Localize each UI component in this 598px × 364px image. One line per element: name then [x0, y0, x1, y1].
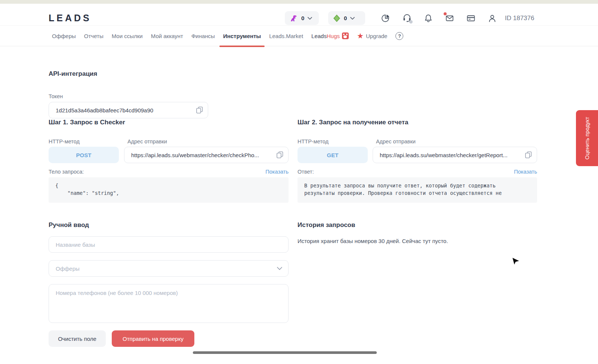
- request-body-code: { "name": "string",: [49, 177, 289, 203]
- header: LEADS 0 0: [0, 4, 598, 25]
- step1-section: Шаг 1. Запрос в Checker HTTP-метод Адрес…: [49, 119, 289, 203]
- browser-edge-strip: [0, 0, 598, 4]
- section-title: API-интеграция: [49, 70, 208, 78]
- user-id: ID 187376: [505, 15, 534, 22]
- tab-leads-market[interactable]: Leads.Market: [269, 26, 303, 46]
- tab-my-links[interactable]: Мои ссылки: [112, 26, 143, 46]
- status-dot: [409, 20, 413, 24]
- offers-select[interactable]: Офферы: [49, 260, 289, 277]
- chevron-down-icon: [350, 17, 355, 20]
- page: LEADS 0 0: [0, 0, 598, 364]
- balance-value: 0: [344, 15, 347, 21]
- balance-dropdown-secondary[interactable]: 0: [328, 11, 365, 25]
- history-title: История запросов: [298, 221, 537, 229]
- manual-title: Ручной ввод: [49, 221, 289, 229]
- offers-placeholder: Офферы: [49, 265, 80, 272]
- show-body-link[interactable]: Показать: [265, 169, 289, 175]
- manual-input-section: Ручной ввод Офферы Очистить поле Отправи…: [49, 221, 289, 347]
- mouse-cursor: [511, 256, 521, 267]
- step2-title: Шаг 2. Запрос на получение отчета: [298, 119, 537, 126]
- copy-icon[interactable]: [277, 151, 283, 159]
- tab-upgrade[interactable]: ★ Upgrade: [357, 26, 387, 46]
- request-body-label: Тело запроса:: [49, 169, 84, 175]
- http-method-label: HTTP-метод: [298, 139, 329, 144]
- mail-icon[interactable]: [445, 14, 454, 23]
- horizontal-scrollbar[interactable]: [193, 351, 377, 354]
- rate-product-label: Оценить продукт: [584, 117, 590, 159]
- balance-dropdown-primary[interactable]: 0: [285, 11, 319, 25]
- api-integration-section: API-интеграция Токен: [49, 70, 208, 118]
- show-response-link[interactable]: Показать: [514, 169, 537, 175]
- http-method-badge: POST: [49, 147, 119, 163]
- copy-icon[interactable]: [196, 106, 203, 114]
- submit-check-button[interactable]: Отправить на проверку: [112, 330, 194, 347]
- star-icon: ★: [357, 32, 364, 40]
- tab-finance[interactable]: Финансы: [191, 26, 215, 46]
- step1-address-input[interactable]: [124, 147, 288, 163]
- step1-title: Шаг 1. Запрос в Checker: [49, 119, 289, 126]
- tab-reports[interactable]: Отчеты: [84, 26, 104, 46]
- token-input[interactable]: [49, 102, 208, 118]
- rate-product-tab[interactable]: Оценить продукт: [576, 110, 598, 166]
- address-field-wrap: [373, 147, 537, 163]
- leads-logo[interactable]: LEADS: [49, 13, 92, 24]
- address-label: Адрес отправки: [127, 139, 167, 144]
- phones-textarea[interactable]: [49, 284, 288, 323]
- history-empty-text: История хранит базы номеров 30 дней. Сей…: [298, 238, 537, 244]
- leadshugs-icon: [342, 32, 349, 39]
- http-method-badge: GET: [298, 147, 368, 163]
- address-label: Адрес отправки: [376, 139, 416, 144]
- chevron-down-icon: [277, 267, 282, 270]
- step2-address-input[interactable]: [373, 147, 537, 163]
- phones-field-wrap: [49, 284, 289, 323]
- history-section: История запросов История хранит базы ном…: [298, 221, 537, 244]
- address-field-wrap: [124, 147, 289, 163]
- http-method-label: HTTP-метод: [49, 139, 80, 144]
- copy-icon[interactable]: [525, 151, 532, 159]
- base-name-input[interactable]: [49, 237, 288, 252]
- help-icon[interactable]: ?: [395, 32, 403, 40]
- chevron-down-icon: [308, 17, 312, 20]
- tab-my-account[interactable]: Мой аккаунт: [151, 26, 183, 46]
- response-code: В результате запроса вы получите ответ, …: [298, 177, 537, 203]
- pie-chart-icon[interactable]: [381, 14, 390, 23]
- response-label: Ответ:: [298, 169, 314, 175]
- token-field-wrap: [49, 102, 208, 118]
- base-name-field-wrap: [49, 236, 289, 253]
- step2-section: Шаг 2. Запрос на получение отчета HTTP-м…: [298, 119, 537, 203]
- gem-icon: [333, 14, 340, 22]
- balance-value: 0: [301, 15, 304, 21]
- clear-button[interactable]: Очистить поле: [49, 330, 106, 347]
- notification-dot: [444, 12, 447, 15]
- token-label: Токен: [49, 93, 208, 99]
- dino-icon: [290, 14, 298, 22]
- tab-tools[interactable]: Инструменты: [223, 26, 261, 46]
- bell-icon[interactable]: [424, 14, 433, 23]
- tab-offers[interactable]: Офферы: [52, 26, 76, 46]
- support-icon[interactable]: [403, 14, 411, 23]
- main-nav: Офферы Отчеты Мои ссылки Мой аккаунт Фин…: [0, 25, 598, 46]
- profile-icon[interactable]: [488, 14, 497, 23]
- card-icon[interactable]: [466, 14, 475, 23]
- tab-leadshugs[interactable]: LeadsHugs: [311, 26, 349, 46]
